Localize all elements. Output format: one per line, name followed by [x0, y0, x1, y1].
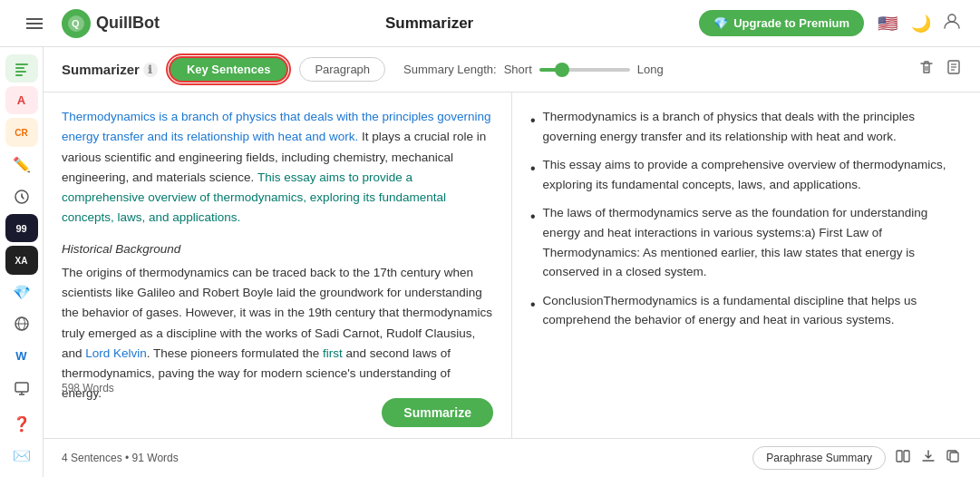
sidebar-item-diamond[interactable]: 💎 — [5, 278, 38, 307]
copy-button[interactable] — [946, 448, 962, 468]
length-slider[interactable] — [539, 68, 630, 72]
sidebar: A CR ✏️ 99 XA 💎 W ❓ ✉️ — [0, 47, 44, 477]
body-text-3: . These pioneers formulated the — [147, 346, 323, 360]
sidebar-item-word[interactable]: W — [5, 342, 38, 370]
first-link: first — [323, 346, 343, 360]
section-title: Historical Background — [62, 239, 493, 259]
bullet-dot: • — [530, 109, 536, 132]
input-editor[interactable]: Thermodynamics is a branch of physics th… — [44, 92, 512, 438]
sidebar-item-ai[interactable]: A — [5, 86, 38, 114]
summarize-button[interactable]: Summarize — [382, 398, 493, 427]
key-sentences-button[interactable]: Key Sentences — [169, 56, 289, 83]
sidebar-item-summarizer[interactable] — [5, 54, 38, 83]
sidebar-item-mail[interactable]: ✉️ — [5, 442, 38, 470]
flag-icon[interactable]: 🇺🇸 — [875, 11, 900, 36]
notes-button[interactable] — [946, 59, 962, 80]
split-view-button[interactable] — [895, 448, 911, 468]
summary-length-control: Summary Length: Short Long — [403, 63, 664, 76]
toolbar: Summarizer ℹ Key Sentences Paragraph Sum… — [44, 47, 980, 92]
bullet-dot: • — [530, 293, 536, 316]
paragraph-button[interactable]: Paragraph — [299, 57, 385, 82]
nav-right: 💎 Upgrade to Premium 🇺🇸 🌙 — [699, 10, 962, 36]
svg-rect-4 — [15, 67, 24, 69]
content-area: Summarizer ℹ Key Sentences Paragraph Sum… — [44, 47, 980, 477]
svg-rect-20 — [897, 451, 902, 462]
download-button[interactable] — [920, 448, 936, 468]
logo: Q QuillBot — [62, 9, 160, 38]
bullet-item: •ConclusionThermodynamics is a fundament… — [530, 291, 962, 330]
sidebar-item-globe[interactable] — [5, 310, 38, 338]
bullet-text: ConclusionThermodynamics is a fundamenta… — [543, 291, 962, 330]
bullet-text: Thermodynamics is a branch of physics th… — [543, 107, 962, 146]
user-menu-button[interactable] — [942, 11, 962, 35]
main-layout: A CR ✏️ 99 XA 💎 W ❓ ✉️ Summarizer ℹ Key … — [0, 47, 980, 477]
bullet-text: The laws of thermodynamics serve as the … — [543, 203, 962, 281]
bullet-item: •Thermodynamics is a branch of physics t… — [530, 107, 962, 146]
bullets-container: •Thermodynamics is a branch of physics t… — [530, 107, 962, 330]
sentences-count: 4 Sentences • 91 Words — [62, 452, 179, 464]
input-text: Thermodynamics is a branch of physics th… — [62, 107, 493, 404]
sidebar-item-help[interactable]: ❓ — [5, 410, 38, 438]
svg-rect-6 — [15, 74, 23, 76]
top-navigation: Q QuillBot Summarizer 💎 Upgrade to Premi… — [0, 0, 980, 47]
sidebar-item-circle[interactable] — [5, 182, 38, 210]
bullet-item: •The laws of thermodynamics serve as the… — [530, 203, 962, 281]
sidebar-item-screen[interactable] — [5, 374, 38, 402]
bullet-text: This essay aims to provide a comprehensi… — [543, 155, 962, 194]
right-footer: 4 Sentences • 91 Words Paraphrase Summar… — [44, 438, 980, 477]
page-title: Summarizer — [385, 15, 473, 33]
summarizer-label: Summarizer ℹ — [62, 62, 158, 77]
diamond-icon: 💎 — [713, 16, 728, 30]
info-icon[interactable]: ℹ — [143, 63, 158, 77]
hamburger-menu[interactable] — [18, 7, 51, 40]
paraphrase-summary-button[interactable]: Paraphrase Summary — [752, 446, 886, 470]
nav-left: Q QuillBot — [18, 7, 160, 40]
clear-button[interactable] — [918, 59, 935, 80]
editors-container: Thermodynamics is a branch of physics th… — [44, 92, 980, 438]
output-editor: •Thermodynamics is a branch of physics t… — [512, 92, 980, 438]
hamburger-icon — [26, 18, 43, 29]
logo-icon: Q — [62, 9, 91, 38]
bullet-dot: • — [530, 157, 536, 180]
slider-container — [539, 68, 630, 72]
svg-text:Q: Q — [72, 18, 80, 29]
sidebar-item-translate[interactable]: XA — [5, 246, 38, 274]
sidebar-item-cr[interactable]: CR — [5, 118, 38, 146]
svg-rect-21 — [904, 451, 909, 462]
svg-rect-3 — [15, 63, 28, 65]
logo-text: QuillBot — [96, 14, 160, 33]
bullet-dot: • — [530, 205, 536, 229]
lord-kelvin-link: Lord Kelvin — [85, 346, 147, 360]
word-count: 598 Words — [62, 382, 114, 394]
svg-rect-11 — [15, 383, 28, 392]
upgrade-button[interactable]: 💎 Upgrade to Premium — [699, 10, 864, 36]
sidebar-item-badge[interactable]: 99 — [5, 214, 38, 242]
svg-rect-5 — [15, 71, 26, 73]
svg-rect-22 — [950, 453, 958, 462]
sidebar-item-pen[interactable]: ✏️ — [5, 151, 38, 179]
svg-point-2 — [948, 15, 956, 22]
bullet-item: •This essay aims to provide a comprehens… — [530, 155, 962, 194]
dark-mode-toggle[interactable]: 🌙 — [911, 14, 931, 34]
